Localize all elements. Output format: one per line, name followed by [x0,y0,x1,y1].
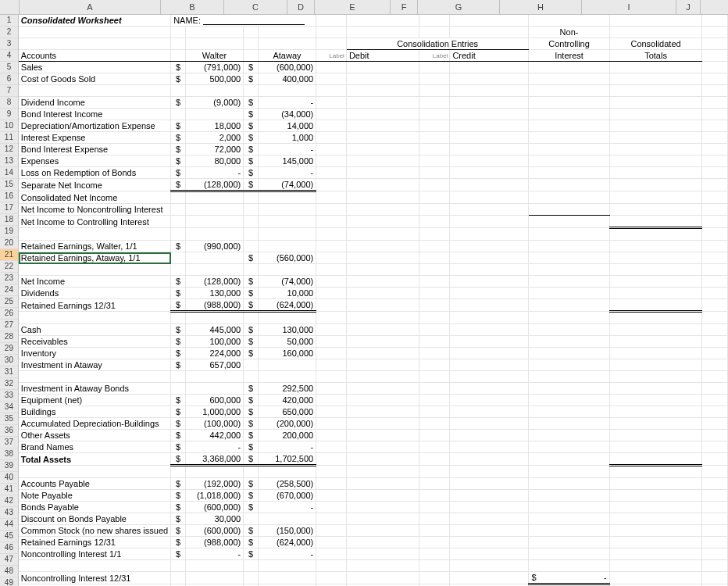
ataway-value[interactable] [258,264,316,276]
row-header-29[interactable]: 29 [0,343,18,355]
ataway-value[interactable]: (74,000) [258,276,316,288]
row-header-13[interactable]: 13 [0,155,18,167]
debit-value[interactable] [346,155,419,167]
debit-value[interactable] [346,288,419,299]
debit-value[interactable] [346,324,419,336]
credit-value[interactable] [450,359,529,371]
walter-value[interactable]: 657,000 [185,359,243,371]
account-label[interactable]: Bonds Payable [19,502,171,513]
label-cell[interactable] [419,85,450,97]
row-header-36[interactable]: 36 [0,425,18,437]
debit-value[interactable] [346,120,419,132]
nci-value[interactable] [529,155,609,167]
totals-value[interactable] [609,299,702,312]
col-header-j[interactable]: J [676,0,701,14]
credit-value[interactable] [450,264,529,276]
label-cell[interactable] [419,132,450,144]
label-cell[interactable] [419,348,450,359]
label-cell[interactable] [419,204,450,216]
ataway-value[interactable]: (624,000) [258,299,316,312]
ataway-value[interactable]: - [258,441,316,453]
label-cell[interactable] [419,167,450,179]
credit-value[interactable] [450,62,529,73]
nci-value[interactable] [529,418,609,430]
label-cell[interactable] [316,62,347,73]
walter-value[interactable]: 442,000 [185,430,243,441]
row-header-47[interactable]: 47 [0,554,18,566]
nci-value[interactable] [529,359,609,371]
nci-value[interactable] [529,167,609,179]
walter-value[interactable] [185,109,243,120]
nci-value[interactable] [529,144,609,155]
label-cell[interactable] [419,216,450,228]
row-header-22[interactable]: 22 [0,261,18,273]
nci-value[interactable] [529,228,609,241]
row-header-38[interactable]: 38 [0,448,18,460]
walter-value[interactable]: 500,000 [185,73,243,85]
col-header-h[interactable]: H [500,0,582,14]
nci-value[interactable] [529,62,609,73]
label-cell[interactable] [419,383,450,395]
label-cell[interactable] [316,441,347,453]
walter-value[interactable] [185,572,243,584]
debit-value[interactable] [346,252,419,264]
walter-value[interactable]: 3,368,000 [185,453,243,466]
col-header-f[interactable]: F [391,0,418,14]
account-label[interactable] [19,560,171,572]
credit-value[interactable] [450,383,529,395]
row-header-25[interactable]: 25 [0,296,18,308]
label-cell[interactable] [419,572,450,584]
nci-value[interactable] [529,312,609,324]
nci-value[interactable] [529,383,609,395]
totals-value[interactable] [609,560,702,572]
row-header-17[interactable]: 17 [0,202,18,214]
debit-value[interactable] [346,241,419,252]
ataway-value[interactable]: (34,000) [258,109,316,120]
debit-value[interactable] [346,299,419,312]
walter-value[interactable] [185,228,243,241]
row-header-49[interactable]: 49 [0,577,18,586]
debit-value[interactable] [346,513,419,525]
label-cell[interactable] [419,430,450,441]
label-cell[interactable] [316,204,347,216]
walter-value[interactable] [185,204,243,216]
label-cell[interactable] [419,312,450,324]
label-cell[interactable] [316,395,347,406]
nci-value[interactable] [529,216,609,228]
totals-value[interactable] [609,441,702,453]
label-cell[interactable] [316,252,347,264]
ataway-value[interactable]: 145,000 [258,155,316,167]
debit-value[interactable] [346,132,419,144]
grid-area[interactable]: Consolidated WorksheetNAME: Non-Consolid… [19,15,728,586]
walter-value[interactable] [185,252,243,264]
label-cell[interactable] [419,120,450,132]
debit-value[interactable] [346,525,419,537]
nci-value[interactable] [529,299,609,312]
nci-value[interactable] [529,430,609,441]
credit-value[interactable] [450,490,529,502]
nci-value[interactable] [529,336,609,348]
walter-value[interactable]: (600,000) [185,502,243,513]
col-header-i[interactable]: I [582,0,676,14]
credit-value[interactable] [450,466,529,478]
credit-value[interactable] [450,120,529,132]
nci-value[interactable] [529,324,609,336]
account-label[interactable] [19,264,171,276]
debit-value[interactable] [346,502,419,513]
debit-value[interactable] [346,395,419,406]
credit-value[interactable] [450,241,529,252]
walter-value[interactable] [185,191,243,204]
totals-value[interactable] [609,548,702,560]
credit-value[interactable] [450,513,529,525]
totals-value[interactable] [609,144,702,155]
account-label[interactable]: Other Assets [19,430,171,441]
label-cell[interactable] [419,191,450,204]
walter-value[interactable]: 100,000 [185,336,243,348]
ataway-value[interactable]: - [258,97,316,109]
account-label[interactable]: Cost of Goods Sold [19,73,171,85]
debit-value[interactable] [346,179,419,191]
label-cell[interactable] [316,359,347,371]
label-cell[interactable] [419,179,450,191]
nci-value[interactable] [529,453,609,466]
totals-value[interactable] [609,73,702,85]
